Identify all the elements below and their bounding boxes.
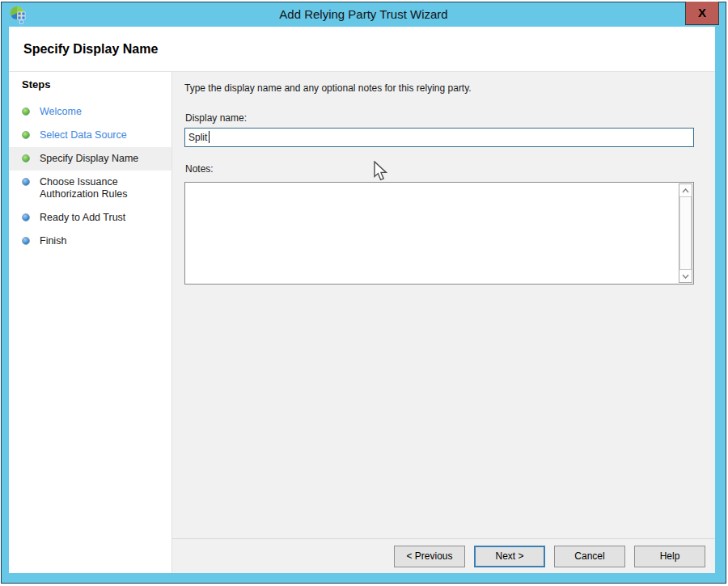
notes-label: Notes: [185, 163, 214, 175]
step-status-icon [22, 154, 30, 162]
step-status-icon [22, 237, 30, 245]
window-title: Add Relying Party Trust Wizard [2, 7, 726, 21]
previous-button[interactable]: < Previous [394, 546, 465, 567]
step-item-ready-to-add-trust[interactable]: Ready to Add Trust [9, 206, 171, 230]
wizard-window: Add Relying Party Trust Wizard X Specify… [1, 2, 726, 584]
next-button[interactable]: Next > [474, 546, 545, 567]
scrollbar-thumb[interactable] [679, 197, 692, 269]
display-name-field-frame [184, 128, 694, 147]
notes-field-frame [184, 182, 694, 285]
steps-heading: Steps [22, 78, 171, 91]
step-item-welcome[interactable]: Welcome [9, 100, 171, 124]
text-caret [209, 131, 210, 143]
display-name-label: Display name: [185, 112, 247, 124]
display-name-input[interactable] [185, 129, 693, 146]
steps-sidebar: Steps Welcome Select Data Source Specify… [9, 72, 172, 573]
step-item-select-data-source[interactable]: Select Data Source [9, 124, 171, 147]
page-title: Specify Display Name [23, 42, 158, 57]
step-status-icon [22, 131, 30, 139]
wizard-footer: < Previous Next > Cancel Help [172, 538, 715, 573]
content-panel: Type the display name and any optional n… [172, 72, 715, 538]
page-header: Specify Display Name [9, 27, 715, 72]
titlebar: Add Relying Party Trust Wizard X [2, 2, 726, 27]
step-status-icon [22, 178, 30, 186]
step-item-choose-issuance-authorization-rules[interactable]: Choose Issuance Authorization Rules [9, 171, 171, 206]
intro-text: Type the display name and any optional n… [184, 82, 472, 94]
scroll-up-icon[interactable] [679, 184, 692, 197]
dialog-surface: Specify Display Name Steps Welcome Selec… [9, 27, 715, 573]
notes-textarea[interactable] [185, 183, 679, 284]
close-button[interactable]: X [685, 2, 719, 25]
notes-scrollbar[interactable] [679, 183, 692, 283]
cancel-button[interactable]: Cancel [554, 546, 625, 567]
step-status-icon [22, 108, 30, 116]
help-button[interactable]: Help [634, 546, 705, 567]
step-status-icon [22, 213, 30, 221]
scroll-down-icon[interactable] [679, 269, 692, 282]
step-item-specify-display-name[interactable]: Specify Display Name [9, 147, 171, 171]
step-item-finish[interactable]: Finish [9, 230, 171, 253]
